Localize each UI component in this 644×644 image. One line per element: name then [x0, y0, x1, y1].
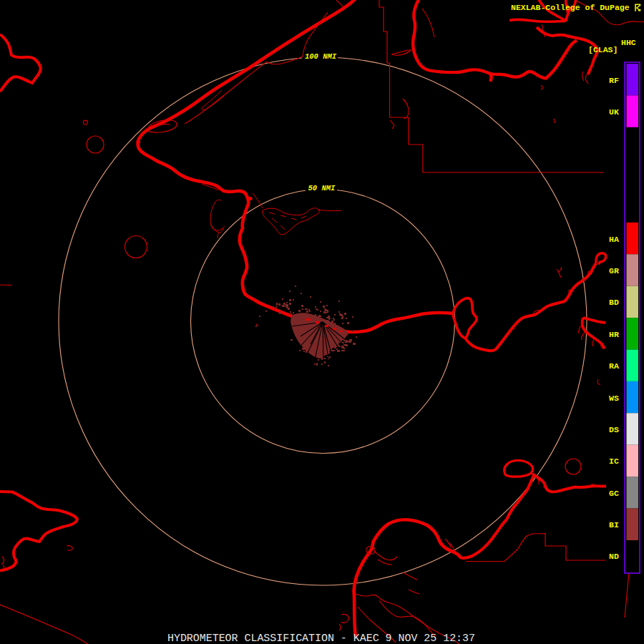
- svg-text:NEXLAB-College of DuPage: NEXLAB-College of DuPage: [511, 3, 630, 12]
- svg-text:UK: UK: [609, 107, 619, 117]
- svg-text:GR: GR: [609, 266, 619, 275]
- svg-text:BD: BD: [609, 298, 619, 307]
- svg-text:HHC: HHC: [621, 38, 636, 47]
- svg-text:IC: IC: [609, 457, 619, 466]
- svg-text:100 NMI: 100 NMI: [305, 52, 337, 61]
- svg-text:ND: ND: [609, 552, 619, 561]
- svg-text:50 NMI: 50 NMI: [308, 184, 336, 192]
- svg-text:HR: HR: [609, 330, 619, 339]
- svg-text:GC: GC: [609, 489, 619, 498]
- svg-text:BI: BI: [609, 520, 619, 530]
- svg-text:RA: RA: [609, 361, 619, 371]
- svg-text:[CLAS]: [CLAS]: [588, 45, 618, 54]
- svg-text:WS: WS: [609, 394, 619, 403]
- svg-text:HA: HA: [609, 235, 619, 244]
- svg-text:HYDROMETEOR CLASSIFICATION - K: HYDROMETEOR CLASSIFICATION - KAEC 9 NOV …: [167, 633, 475, 644]
- svg-text:RF: RF: [609, 76, 619, 85]
- svg-text:DS: DS: [609, 425, 619, 434]
